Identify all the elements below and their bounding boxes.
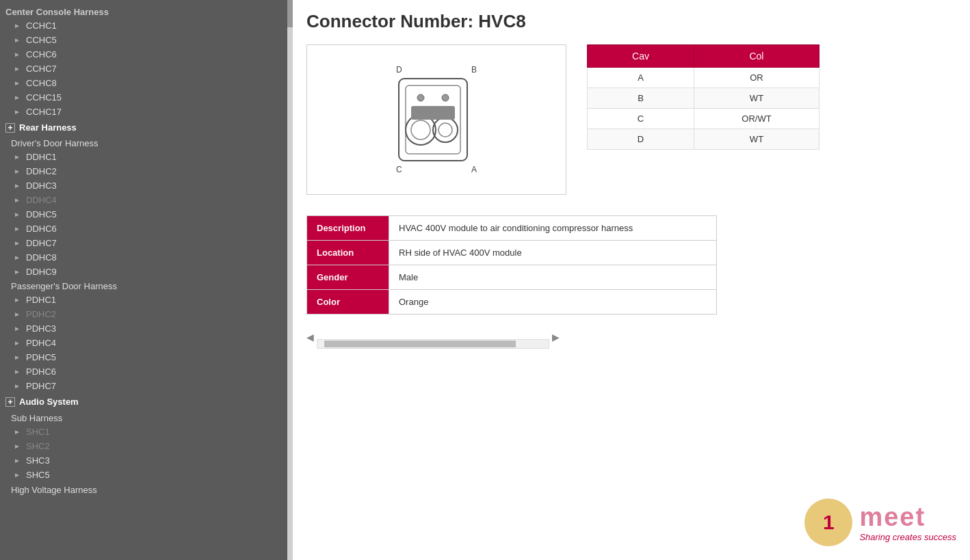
sidebar-item-ddhc2[interactable]: ►DDHC2 <box>0 164 287 178</box>
sidebar-item-shc2: ►SHC2 <box>0 439 287 453</box>
arrow-icon: ► <box>14 225 22 233</box>
ddhc-items: ►DDHC1►DDHC2►DDHC3►DDHC4►DDHC5►DDHC6►DDH… <box>0 150 287 279</box>
cchc-items: ►CCHC1►CCHC5►CCHC6►CCHC7►CCHC8►CCHC15►CC… <box>0 18 287 119</box>
sidebar-item-pdhc5[interactable]: ►PDHC5 <box>0 350 287 364</box>
h-scrollbar[interactable] <box>317 339 549 349</box>
sidebar-item-pdhc6[interactable]: ►PDHC6 <box>0 364 287 379</box>
logo-area: 1 meet Sharing creates success <box>804 498 956 546</box>
center-console-label: Center Console Harness <box>5 7 109 17</box>
h-scroll-right-arrow[interactable]: ▶ <box>552 332 560 343</box>
sidebar-item-pdhc2: ►PDHC2 <box>0 307 287 321</box>
arrow-icon: ► <box>14 94 22 102</box>
cav-col-table-wrapper: Cav Col AORBWTCOR/WTDWT <box>587 44 820 195</box>
svg-point-5 <box>438 123 452 137</box>
description-value: HVAC 400V module to air conditioning com… <box>389 216 717 241</box>
gender-value: Male <box>389 265 717 290</box>
sidebar-item-ddhc3[interactable]: ►DDHC3 <box>0 178 287 193</box>
passengers-door-subsection-label: Passenger's Door Harness <box>0 279 287 293</box>
sidebar-item-audio-system[interactable]: + Audio System <box>0 393 287 410</box>
scrollbar-thumb[interactable] <box>287 0 293 27</box>
label-A: A <box>471 165 477 174</box>
arrow-icon: ► <box>14 79 22 88</box>
arrow-icon: ► <box>14 51 22 59</box>
arrow-icon: ► <box>14 36 22 44</box>
rear-harness-expand-icon: + <box>5 123 15 133</box>
col-cell: OR/WT <box>694 109 819 129</box>
svg-point-3 <box>411 120 430 139</box>
sidebar-item-ddhc9[interactable]: ►DDHC9 <box>0 265 287 279</box>
audio-system-expand-icon: + <box>5 397 15 407</box>
logo-brand: meet <box>859 503 956 532</box>
sidebar-item-shc3[interactable]: ►SHC3 <box>0 453 287 468</box>
sidebar-item-ddhc8[interactable]: ►DDHC8 <box>0 250 287 265</box>
arrow-icon: ► <box>14 182 22 190</box>
sub-harness-label: Sub Harness <box>0 410 287 425</box>
svg-rect-6 <box>411 106 455 120</box>
sidebar-item-cchc1[interactable]: ►CCHC1 <box>0 18 287 33</box>
sidebar-item-cchc7[interactable]: ►CCHC7 <box>0 62 287 76</box>
col-cell: WT <box>694 129 819 150</box>
cav-header: Cav <box>588 45 694 68</box>
info-table: Description HVAC 400V module to air cond… <box>306 215 717 315</box>
sidebar-item-pdhc3[interactable]: ►PDHC3 <box>0 321 287 336</box>
arrow-icon: ► <box>14 442 22 451</box>
arrow-icon: ► <box>14 471 22 479</box>
sidebar-item-pdhc1[interactable]: ►PDHC1 <box>0 293 287 307</box>
rear-harness-label: Rear Harness <box>19 122 77 133</box>
sidebar-item-ddhc1[interactable]: ►DDHC1 <box>0 150 287 164</box>
sidebar-item-rear-harness[interactable]: + Rear Harness <box>0 119 287 136</box>
arrow-icon: ► <box>14 211 22 219</box>
drivers-door-subsection-label: Driver's Door Harness <box>0 136 287 150</box>
connector-svg <box>392 72 474 168</box>
label-D: D <box>396 65 402 75</box>
arrow-icon: ► <box>14 325 22 333</box>
arrow-icon: ► <box>14 310 22 319</box>
arrow-icon: ► <box>14 368 22 376</box>
sidebar-item-ddhc7[interactable]: ►DDHC7 <box>0 236 287 250</box>
gender-label: Gender <box>307 265 389 290</box>
svg-point-8 <box>442 94 449 101</box>
main-content: Connector Number: HVC8 D B C A <box>293 0 970 560</box>
info-row-description: Description HVAC 400V module to air cond… <box>307 216 717 241</box>
sidebar: Center Console Harness ►CCHC1►CCHC5►CCHC… <box>0 0 287 560</box>
sidebar-item-cchc8[interactable]: ►CCHC8 <box>0 76 287 90</box>
location-value: RH side of HVAC 400V module <box>389 241 717 265</box>
pdhc-items: ►PDHC1►PDHC2►PDHC3►PDHC4►PDHC5►PDHC6►PDH… <box>0 293 287 393</box>
sidebar-item-cchc17[interactable]: ►CCHC17 <box>0 105 287 119</box>
color-label: Color <box>307 290 389 315</box>
info-row-gender: Gender Male <box>307 265 717 290</box>
info-row-location: Location RH side of HVAC 400V module <box>307 241 717 265</box>
arrow-icon: ► <box>14 428 22 436</box>
arrow-icon: ► <box>14 354 22 362</box>
logo-symbol: 1 <box>823 511 835 534</box>
arrow-icon: ► <box>14 457 22 465</box>
sidebar-item-ddhc4: ►DDHC4 <box>0 193 287 207</box>
sidebar-item-cchc15[interactable]: ►CCHC15 <box>0 90 287 105</box>
col-header: Col <box>694 45 819 68</box>
sidebar-item-shc1: ►SHC1 <box>0 425 287 439</box>
sidebar-item-cchc6[interactable]: ►CCHC6 <box>0 47 287 62</box>
h-scroll-left-arrow[interactable]: ◀ <box>306 332 314 343</box>
sidebar-item-pdhc4[interactable]: ►PDHC4 <box>0 336 287 350</box>
sidebar-item-ddhc6[interactable]: ►DDHC6 <box>0 222 287 236</box>
col-cell: OR <box>694 68 819 88</box>
connector-diagram-box: D B C A <box>306 44 566 195</box>
sidebar-item-pdhc7[interactable]: ►PDHC7 <box>0 379 287 393</box>
arrow-icon: ► <box>14 268 22 276</box>
color-value: Orange <box>389 290 717 315</box>
logo-tagline: Sharing creates success <box>859 532 956 542</box>
arrow-icon: ► <box>14 108 22 116</box>
arrow-icon: ► <box>14 153 22 161</box>
location-label: Location <box>307 241 389 265</box>
top-section: D B C A <box>306 44 956 195</box>
sidebar-item-shc5[interactable]: ►SHC5 <box>0 468 287 482</box>
shc-items: ►SHC1►SHC2►SHC3►SHC5 <box>0 425 287 482</box>
sidebar-item-ddhc5[interactable]: ►DDHC5 <box>0 207 287 222</box>
cav-cell: C <box>588 109 694 129</box>
vertical-scrollbar[interactable] <box>287 0 293 560</box>
svg-point-4 <box>433 118 458 142</box>
arrow-icon: ► <box>14 22 22 30</box>
audio-system-label: Audio System <box>19 397 79 407</box>
sidebar-item-cchc5[interactable]: ►CCHC5 <box>0 33 287 47</box>
h-scrollbar-thumb[interactable] <box>324 341 516 347</box>
